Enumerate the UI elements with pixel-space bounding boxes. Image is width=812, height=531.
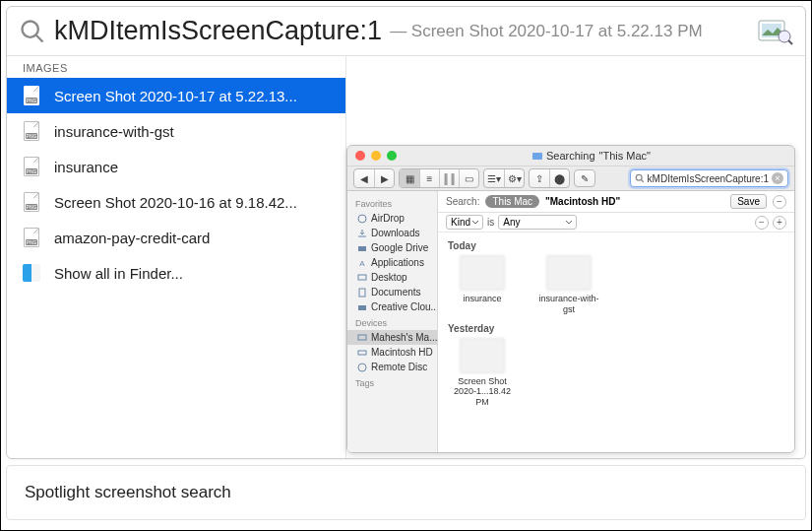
view-mode-segment[interactable]: ▦ ≡ ║║ ▭ <box>399 168 479 188</box>
svg-rect-14 <box>358 305 366 310</box>
caption-text: Spotlight screenshot search <box>25 483 231 502</box>
list-view-button[interactable]: ≡ <box>419 169 439 187</box>
result-item[interactable]: PNG amazon-pay-credit-card <box>7 220 345 255</box>
file-thumbnail[interactable]: insurance-with-gst <box>534 255 603 315</box>
file-name: insurance <box>463 294 501 304</box>
result-label: insurance <box>54 159 118 175</box>
sidebar-section-tags: Tags <box>347 374 437 390</box>
search-scope-bar: Search: This Mac "Macintosh HD" Save − <box>438 191 794 213</box>
thumbnail-image <box>460 255 505 291</box>
file-name: insurance-with-gst <box>534 294 603 315</box>
file-icon: PNG <box>23 157 40 176</box>
finder-title: Searching "This Mac" <box>397 150 786 162</box>
desktop-icon <box>357 273 367 283</box>
group-header-yesterday: Yesterday <box>448 323 784 334</box>
filter-value-select[interactable]: Any <box>498 215 577 230</box>
file-name: Screen Shot 2020-1...18.42 PM <box>448 376 517 408</box>
file-icon: PNG <box>23 192 40 212</box>
finder-toolbar: ◀ ▶ ▦ ≡ ║║ ▭ ☰▾ ⚙▾ ⇪ ⬤ <box>347 166 794 191</box>
svg-line-1 <box>36 34 43 41</box>
spotlight-query[interactable]: kMDItemIsScreenCapture:1 <box>54 16 382 46</box>
sidebar-item-airdrop[interactable]: AirDrop <box>347 211 437 226</box>
result-label: insurance-with-gst <box>54 123 174 140</box>
file-icon: PNG <box>23 228 40 247</box>
back-button[interactable]: ◀ <box>354 169 374 187</box>
downloads-icon <box>357 229 367 238</box>
filter-operator: is <box>487 217 494 228</box>
computer-icon <box>357 333 367 343</box>
sidebar-section-favorites: Favorites <box>347 195 437 211</box>
gallery-view-button[interactable]: ▭ <box>459 169 478 187</box>
finder-icon <box>23 263 40 283</box>
nav-back-forward[interactable]: ◀ ▶ <box>353 168 395 188</box>
sidebar-item-googledrive[interactable]: Google Drive <box>347 240 437 255</box>
result-label: Screen Shot 2020-10-17 at 5.22.13... <box>54 88 297 104</box>
scope-volume[interactable]: "Macintosh HD" <box>545 196 620 207</box>
folder-icon <box>357 302 367 312</box>
show-all-label: Show all in Finder... <box>54 265 183 282</box>
window-zoom-button[interactable] <box>387 151 397 161</box>
action-button[interactable]: ⚙▾ <box>504 169 524 187</box>
figure-caption: Spotlight screenshot search <box>6 465 806 520</box>
svg-text:A: A <box>359 259 365 268</box>
window-minimize-button[interactable] <box>371 151 381 161</box>
finder-titlebar: Searching "This Mac" <box>347 146 794 166</box>
spotlight-window: kMDItemIsScreenCapture:1 — Screen Shot 2… <box>6 6 806 459</box>
share-tag[interactable]: ⇪ ⬤ <box>529 168 570 188</box>
column-view-button[interactable]: ║║ <box>439 169 459 187</box>
thumbnail-image <box>546 255 592 291</box>
svg-point-9 <box>358 215 366 223</box>
remove-filter-button[interactable]: − <box>755 216 769 230</box>
svg-rect-13 <box>359 289 365 297</box>
spotlight-results-list: IMAGES PNG Screen Shot 2020-10-17 at 5.2… <box>7 56 346 458</box>
sidebar-item-computer[interactable]: Mahesh's Ma... <box>347 330 437 345</box>
arrange-group[interactable]: ☰▾ ⚙▾ <box>483 168 525 188</box>
result-item[interactable]: PNG Screen Shot 2020-10-17 at 5.22.13... <box>7 78 345 113</box>
icon-view-button[interactable]: ▦ <box>400 169 419 187</box>
sidebar-item-desktop[interactable]: Desktop <box>347 270 437 285</box>
scope-label: Search: <box>446 196 479 207</box>
disc-icon <box>357 363 367 372</box>
show-all-in-finder[interactable]: Show all in Finder... <box>7 255 345 291</box>
svg-rect-10 <box>358 246 366 251</box>
documents-icon <box>357 288 367 298</box>
file-thumbnail[interactable]: Screen Shot 2020-1...18.42 PM <box>448 338 517 408</box>
svg-point-17 <box>358 364 366 371</box>
clear-search-icon[interactable]: × <box>772 172 783 184</box>
folder-icon <box>357 243 367 253</box>
tag-button[interactable]: ⬤ <box>549 169 569 187</box>
forward-button[interactable]: ▶ <box>374 169 394 187</box>
arrange-button[interactable]: ☰▾ <box>484 169 504 187</box>
disk-icon <box>357 348 367 358</box>
spotlight-header: kMDItemIsScreenCapture:1 — Screen Shot 2… <box>7 7 805 56</box>
sidebar-item-applications[interactable]: AApplications <box>347 255 437 270</box>
spotlight-preview-pane: Searching "This Mac" ◀ ▶ ▦ ≡ ║║ ▭ <box>346 56 805 458</box>
thumbnail-image <box>460 338 505 373</box>
window-close-button[interactable] <box>355 151 365 161</box>
spotlight-top-hit: — Screen Shot 2020-10-17 at 5.22.13 PM <box>390 22 703 41</box>
quick-actions-button[interactable]: ✎ <box>574 169 595 187</box>
search-icon <box>635 173 645 183</box>
sidebar-item-creativecloud[interactable]: Creative Clou... <box>347 299 437 314</box>
sidebar-section-devices: Devices <box>347 314 437 330</box>
svg-line-5 <box>788 40 792 44</box>
svg-point-7 <box>636 174 642 180</box>
add-filter-button[interactable]: + <box>773 216 786 230</box>
result-item[interactable]: PNG Screen Shot 2020-10-16 at 9.18.42... <box>7 184 345 220</box>
sidebar-item-disk[interactable]: Macintosh HD <box>347 345 437 360</box>
result-item[interactable]: PNG insurance-with-gst <box>7 113 345 149</box>
share-button[interactable]: ⇪ <box>530 169 549 187</box>
filter-field-select[interactable]: Kind <box>446 215 483 230</box>
svg-rect-16 <box>358 351 366 355</box>
file-thumbnail[interactable]: insurance <box>448 255 517 315</box>
finder-search-field[interactable]: kMDItemIsScreenCapture:1 × <box>630 169 788 187</box>
sidebar-item-remotedisc[interactable]: Remote Disc <box>347 360 437 374</box>
svg-rect-12 <box>358 275 366 280</box>
sidebar-item-downloads[interactable]: Downloads <box>347 226 437 240</box>
scope-this-mac[interactable]: This Mac <box>485 195 539 208</box>
save-search-button[interactable]: Save <box>730 194 767 209</box>
finder-sidebar: Favorites AirDrop Downloads Google Drive… <box>347 191 438 452</box>
remove-rule-button[interactable]: − <box>773 195 786 209</box>
sidebar-item-documents[interactable]: Documents <box>347 285 437 299</box>
result-item[interactable]: PNG insurance <box>7 149 345 184</box>
